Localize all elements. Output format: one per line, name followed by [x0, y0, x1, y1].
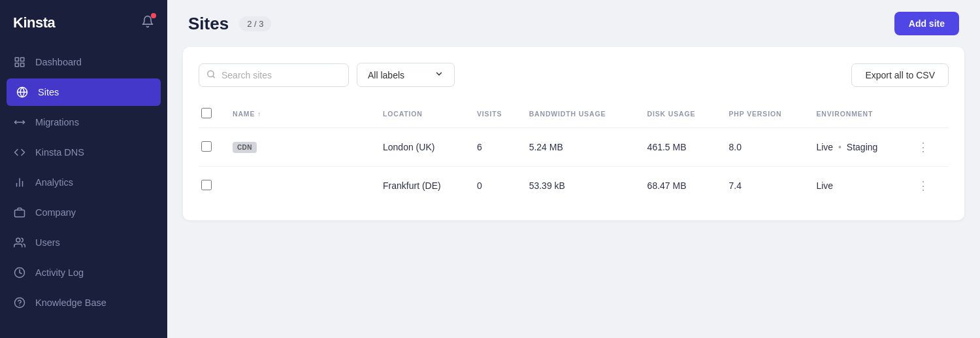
dns-icon [13, 146, 26, 159]
dashboard-icon [13, 56, 26, 69]
name-sort[interactable]: NAME ↑ [233, 110, 367, 118]
sites-card: All labels Export all to CSV [183, 47, 964, 220]
search-input[interactable] [199, 63, 349, 87]
sidebar-logo-area: Kinsta [0, 0, 167, 42]
row-name-cell [225, 167, 375, 205]
users-icon [13, 236, 26, 249]
row-actions-cell: ⋮ [907, 128, 949, 167]
search-wrap [199, 63, 349, 87]
table-header: NAME ↑ LOCATION VISITS BANDWIDTH USAGE D… [199, 103, 949, 128]
row-bandwidth-usage: 5.24 MB [521, 128, 640, 167]
row-visits: 6 [469, 128, 521, 167]
sidebar-item-label: Analytics [35, 177, 73, 188]
top-bar-left: Sites 2 / 3 [188, 14, 271, 34]
select-all-checkbox[interactable] [201, 108, 212, 118]
row-location: Frankfurt (DE) [375, 167, 469, 205]
notification-badge [151, 13, 156, 18]
col-disk-usage: DISK USAGE [640, 103, 721, 128]
col-visits: VISITS [469, 103, 521, 128]
toolbar: All labels Export all to CSV [199, 63, 949, 87]
svg-line-16 [213, 76, 215, 78]
sidebar-item-label: Company [35, 207, 76, 218]
row-checkbox-cell [199, 167, 225, 205]
kinsta-logo: Kinsta [13, 14, 55, 31]
sidebar-item-label: Migrations [35, 117, 79, 127]
col-name: NAME ↑ [225, 103, 375, 128]
top-bar: Sites 2 / 3 Add site [167, 0, 980, 47]
sites-icon [16, 86, 29, 99]
svg-rect-2 [21, 63, 24, 67]
select-all-column [199, 103, 225, 128]
table-body: CDNLondon (UK)65.24 MB461.5 MB8.0Live • … [199, 128, 949, 205]
sites-table: NAME ↑ LOCATION VISITS BANDWIDTH USAGE D… [199, 103, 949, 205]
sidebar-item-users[interactable]: Users [0, 228, 167, 258]
company-icon [13, 206, 26, 219]
col-php-version: PHP VERSION [721, 103, 809, 128]
row-disk-usage: 461.5 MB [640, 128, 721, 167]
col-actions [907, 103, 949, 128]
search-icon [206, 69, 216, 80]
export-csv-button[interactable]: Export all to CSV [851, 63, 949, 87]
activity-log-icon [13, 266, 26, 279]
row-name-cell: CDN [225, 128, 375, 167]
col-location: LOCATION [375, 103, 469, 128]
labels-dropdown[interactable]: All labels [357, 63, 455, 87]
row-disk-usage: 68.47 MB [640, 167, 721, 205]
sidebar-item-kinsta-dns[interactable]: Kinsta DNS [0, 137, 167, 167]
col-bandwidth-usage: BANDWIDTH USAGE [521, 103, 640, 128]
row-menu-button[interactable]: ⋮ [915, 138, 932, 156]
add-site-button[interactable]: Add site [894, 12, 959, 35]
row-checkbox[interactable] [201, 141, 212, 152]
sidebar-item-activity-log[interactable]: Activity Log [0, 258, 167, 288]
row-php-version: 7.4 [721, 167, 809, 205]
svg-rect-0 [15, 58, 18, 61]
sidebar-item-label: Activity Log [35, 267, 84, 278]
sidebar-item-label: Users [35, 237, 60, 248]
svg-rect-1 [21, 58, 24, 61]
row-environment: Live • Staging [808, 128, 907, 167]
table-row: Frankfurt (DE)053.39 kB68.47 MB7.4Live⋮ [199, 167, 949, 205]
sidebar: Kinsta Dashboard [0, 0, 167, 338]
svg-rect-10 [15, 210, 25, 217]
page-title: Sites [188, 14, 229, 34]
row-actions-cell: ⋮ [907, 167, 949, 205]
row-bandwidth-usage: 53.39 kB [521, 167, 640, 205]
row-visits: 0 [469, 167, 521, 205]
bell-icon [141, 18, 154, 31]
sidebar-item-knowledge-base[interactable]: Knowledge Base [0, 288, 167, 318]
col-environment: ENVIRONMENT [808, 103, 907, 128]
content-area: All labels Export all to CSV [167, 47, 980, 338]
row-menu-button[interactable]: ⋮ [915, 177, 932, 195]
notification-bell[interactable] [141, 15, 154, 31]
sidebar-nav: Dashboard Sites Migrations [0, 42, 167, 338]
sort-arrow-icon: ↑ [257, 110, 261, 118]
row-checkbox[interactable] [201, 180, 212, 190]
row-location: London (UK) [375, 128, 469, 167]
sidebar-item-dashboard[interactable]: Dashboard [0, 47, 167, 77]
sidebar-item-sites[interactable]: Sites [7, 78, 161, 106]
knowledge-base-icon [13, 296, 26, 309]
sidebar-item-company[interactable]: Company [0, 197, 167, 228]
sidebar-item-label: Knowledge Base [35, 297, 106, 308]
svg-point-11 [16, 238, 20, 242]
sidebar-item-label: Sites [38, 87, 59, 97]
sidebar-item-label: Dashboard [35, 57, 82, 67]
env-tag: Live [816, 180, 833, 191]
env-separator: • [836, 142, 844, 152]
sidebar-item-label: Kinsta DNS [35, 147, 84, 158]
labels-value: All labels [368, 70, 404, 80]
chevron-down-icon [434, 69, 444, 80]
env-tag: Live [816, 142, 833, 152]
sidebar-item-analytics[interactable]: Analytics [0, 167, 167, 197]
cdn-badge: CDN [233, 142, 257, 153]
row-environment: Live [808, 167, 907, 205]
site-count-badge: 2 / 3 [239, 16, 271, 31]
env-tag: Staging [847, 142, 877, 152]
migrations-icon [13, 116, 26, 129]
sidebar-item-migrations[interactable]: Migrations [0, 107, 167, 137]
svg-rect-3 [15, 63, 18, 67]
analytics-icon [13, 176, 26, 189]
table-row: CDNLondon (UK)65.24 MB461.5 MB8.0Live • … [199, 128, 949, 167]
row-php-version: 8.0 [721, 128, 809, 167]
main-content: Sites 2 / 3 Add site All labels [167, 0, 980, 338]
